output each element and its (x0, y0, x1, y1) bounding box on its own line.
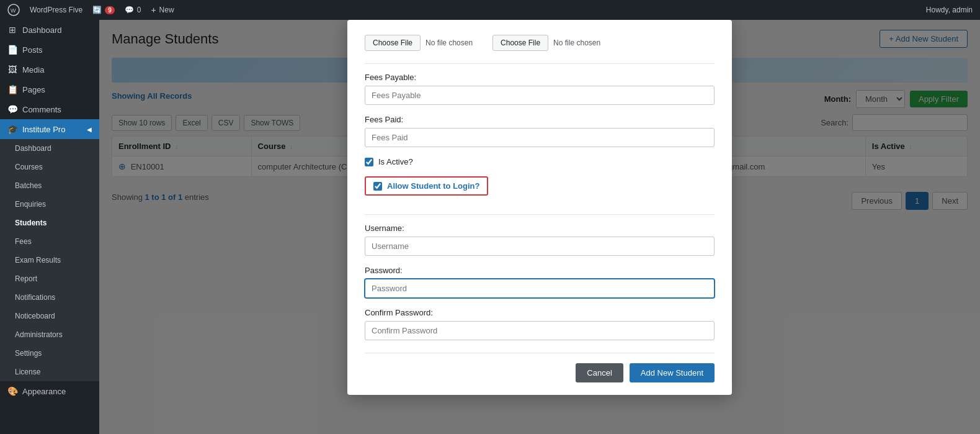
sidebar-item-pages[interactable]: 📋 Pages (0, 79, 99, 99)
confirm-password-input[interactable] (365, 321, 715, 340)
howdy-label: Howdy, admin (926, 6, 973, 14)
confirm-password-label: Confirm Password: (365, 308, 715, 317)
password-group: Password: (365, 266, 715, 298)
fees-payable-label: Fees Payable: (365, 73, 715, 82)
sidebar-item-sub-settings[interactable]: Settings (0, 344, 99, 363)
add-new-student-modal-button[interactable]: Add New Student (630, 363, 715, 382)
svg-text:W: W (11, 7, 16, 14)
wp-logo[interactable]: W (7, 4, 20, 16)
file-upload-1: Choose File No file chosen (365, 35, 473, 51)
username-label: Username: (365, 224, 715, 233)
file-1-label: No file chosen (425, 38, 473, 47)
content-area: Manage Students + Add New Student Showin… (99, 20, 980, 434)
allow-login-checkbox[interactable] (373, 182, 382, 191)
confirm-password-group: Confirm Password: (365, 308, 715, 340)
sidebar-item-sub-exam-results[interactable]: Exam Results (0, 251, 99, 269)
divider-1 (365, 63, 715, 64)
cancel-button[interactable]: Cancel (576, 363, 623, 382)
institute-pro-icon: 🎓 (7, 124, 17, 134)
media-icon: 🖼 (7, 65, 17, 75)
sidebar-item-sub-notifications[interactable]: Notifications (0, 288, 99, 307)
username-input[interactable] (365, 237, 715, 256)
file-upload-area: Choose File No file chosen Choose File N… (365, 35, 715, 51)
updates-icon[interactable]: 🔄 9 (92, 6, 115, 14)
modal-footer: Cancel Add New Student (365, 353, 715, 382)
add-student-modal: Choose File No file chosen Choose File N… (347, 20, 732, 395)
pages-icon: 📋 (7, 84, 17, 94)
password-label: Password: (365, 266, 715, 275)
sidebar-item-sub-administrators[interactable]: Administrators (0, 325, 99, 344)
new-button[interactable]: + New (151, 5, 174, 15)
sidebar-submenu: Dashboard Courses Batches Enquiries Stud… (0, 139, 99, 381)
sidebar-item-sub-batches[interactable]: Batches (0, 176, 99, 195)
dashboard-icon: ⊞ (7, 25, 17, 35)
fees-paid-label: Fees Paid: (365, 115, 715, 124)
appearance-icon: 🎨 (7, 386, 17, 396)
sidebar-item-sub-report[interactable]: Report (0, 269, 99, 288)
sidebar-item-comments[interactable]: 💬 Comments (0, 99, 99, 119)
fees-payable-group: Fees Payable: (365, 73, 715, 105)
comments-icon-sidebar: 💬 (7, 104, 17, 114)
sidebar: ⊞ Dashboard 📄 Posts 🖼 Media 📋 Pages 💬 Co… (0, 20, 99, 434)
sidebar-item-dashboard[interactable]: ⊞ Dashboard (0, 20, 99, 40)
sidebar-item-sub-fees[interactable]: Fees (0, 232, 99, 251)
is-active-label: Is Active? (378, 157, 413, 166)
modal-overlay: Choose File No file chosen Choose File N… (99, 20, 980, 434)
is-active-checkbox[interactable] (365, 158, 373, 166)
comments-icon[interactable]: 💬 0 (125, 6, 141, 14)
posts-icon: 📄 (7, 45, 17, 55)
fees-paid-group: Fees Paid: (365, 115, 715, 147)
password-input[interactable] (365, 279, 715, 298)
fees-payable-input[interactable] (365, 86, 715, 105)
choose-file-2-button[interactable]: Choose File (492, 35, 548, 51)
file-2-label: No file chosen (553, 38, 600, 47)
sidebar-item-sub-noticeboard[interactable]: Noticeboard (0, 307, 99, 325)
allow-login-label: Allow Student to Login? (387, 181, 479, 191)
site-name[interactable]: WordPress Five (30, 6, 82, 14)
sidebar-item-sub-courses[interactable]: Courses (0, 158, 99, 176)
sidebar-item-appearance[interactable]: 🎨 Appearance (0, 381, 99, 401)
file-upload-2: Choose File No file chosen (492, 35, 600, 51)
divider-2 (365, 214, 715, 215)
admin-bar: W WordPress Five 🔄 9 💬 0 + New Howdy, ad… (0, 0, 980, 20)
allow-login-row[interactable]: Allow Student to Login? (365, 176, 488, 196)
sidebar-item-institute-pro[interactable]: 🎓 Institute Pro ◀ (0, 119, 99, 139)
sidebar-item-posts[interactable]: 📄 Posts (0, 40, 99, 60)
is-active-row: Is Active? (365, 157, 715, 166)
institute-pro-arrow: ◀ (87, 126, 92, 133)
choose-file-1-button[interactable]: Choose File (365, 35, 421, 51)
sidebar-item-sub-enquiries[interactable]: Enquiries (0, 195, 99, 214)
sidebar-item-media[interactable]: 🖼 Media (0, 60, 99, 79)
fees-paid-input[interactable] (365, 128, 715, 147)
sidebar-item-sub-students[interactable]: Students (0, 214, 99, 232)
username-group: Username: (365, 224, 715, 256)
sidebar-item-sub-dashboard[interactable]: Dashboard (0, 139, 99, 158)
sidebar-item-sub-license[interactable]: License (0, 363, 99, 381)
